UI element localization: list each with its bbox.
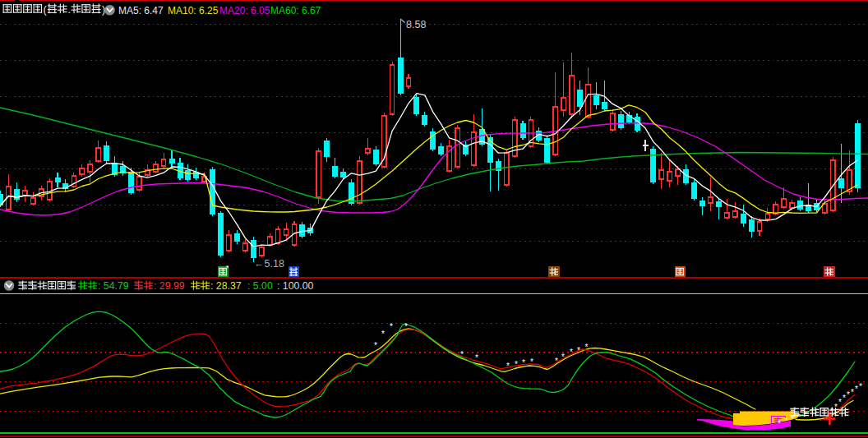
svg-text:*: *	[561, 353, 565, 362]
svg-text:*: *	[460, 350, 464, 359]
svg-text:*: *	[390, 322, 393, 331]
svg-text:*: *	[843, 394, 846, 403]
svg-text:*: *	[791, 414, 794, 423]
svg-text:*: *	[847, 390, 850, 399]
svg-text:: 54.79: : 54.79	[98, 280, 129, 292]
svg-text:*: *	[855, 385, 858, 394]
svg-text:*: *	[859, 382, 862, 391]
svg-text:: 28.37: : 28.37	[210, 280, 242, 292]
svg-text:*: *	[834, 403, 838, 412]
svg-text:MA5: 6.47: MA5: 6.47	[118, 5, 164, 16]
svg-text:←5.18: ←5.18	[254, 258, 284, 270]
svg-text:*: *	[570, 348, 573, 357]
svg-text:*: *	[585, 343, 589, 352]
svg-text:MA60: 6.67: MA60: 6.67	[270, 5, 321, 16]
svg-text:: 100.00: : 100.00	[277, 280, 314, 292]
svg-text:*: *	[851, 388, 854, 397]
svg-text:*: *	[830, 407, 833, 416]
svg-text:*: *	[555, 357, 558, 366]
svg-text:*: *	[530, 357, 533, 367]
svg-text:*: *	[778, 419, 781, 428]
svg-text:: 29.99: : 29.99	[154, 280, 185, 292]
svg-text:*: *	[797, 413, 801, 422]
svg-text:*: *	[522, 358, 525, 367]
svg-text:MA20: 6.05: MA20: 6.05	[219, 5, 270, 16]
svg-text:*: *	[404, 322, 408, 331]
svg-text:*: *	[838, 398, 842, 407]
svg-text:: 5.00: : 5.00	[247, 280, 273, 292]
svg-text:*: *	[784, 417, 787, 426]
svg-text:*: *	[381, 330, 385, 339]
svg-text:*: *	[515, 360, 518, 369]
svg-text:*: *	[506, 362, 510, 371]
svg-text:.: .	[68, 4, 71, 16]
svg-text:*: *	[374, 341, 377, 350]
svg-text:8.58: 8.58	[406, 19, 426, 30]
svg-text:*: *	[475, 353, 478, 362]
svg-text:*: *	[577, 346, 580, 355]
svg-text:MA10: 6.25: MA10: 6.25	[168, 5, 219, 16]
